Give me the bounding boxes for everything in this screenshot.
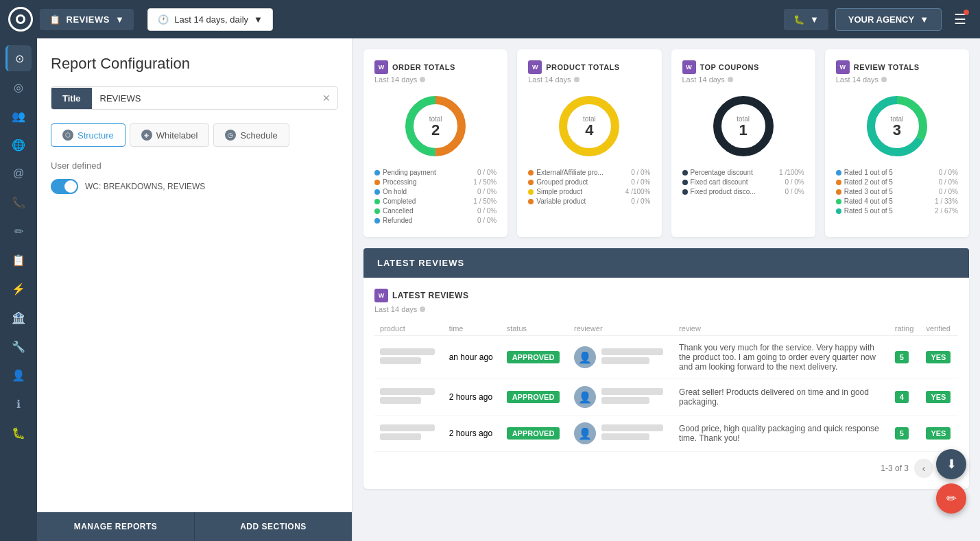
sidebar-title: Report Configuration: [51, 55, 338, 73]
row1-status: APPROVED: [501, 336, 569, 379]
reviewer-blur-2b: [601, 397, 649, 404]
woo-badge-orders: W: [374, 60, 388, 74]
whitelabel-tab-icon: ◈: [141, 130, 152, 141]
reviews-card-title: LATEST REVIEWS: [392, 291, 468, 300]
order-totals-legend: Pending payment0 / 0% Processing1 / 50% …: [374, 169, 497, 224]
col-product: product: [374, 322, 444, 336]
row2-verified: YES: [920, 379, 958, 416]
nav-users[interactable]: 👥: [5, 103, 32, 129]
agency-dropdown[interactable]: YOUR AGENCY ▼: [835, 8, 942, 31]
nav-phone[interactable]: 📞: [5, 189, 32, 215]
bug-dropdown-arrow: ▼: [810, 14, 819, 25]
toggle-knob: [64, 180, 77, 193]
table-row: an hour ago APPROVED 👤: [374, 336, 958, 379]
woo-badge-reviews: W: [836, 60, 850, 74]
reports-dropdown[interactable]: 📋 REVIEWS ▼: [40, 9, 134, 30]
row3-rating: 5: [889, 416, 921, 452]
product-totals-title: PRODUCT TOTALS: [546, 63, 619, 71]
stat-cards: W ORDER TOTALS Last 14 days: [363, 49, 969, 237]
reviewer-blur-1a: [601, 348, 663, 355]
structure-tab-icon: ⬡: [62, 130, 73, 141]
nav-search[interactable]: ◎: [5, 74, 32, 100]
row3-product: [374, 416, 444, 452]
product-blur-3b: [380, 433, 421, 440]
main-layout: ⊙ ◎ 👥 🌐 @ 📞 ✏ 📋 ⚡ 🏦 🔧 👤 ℹ 🐛 Report Confi…: [0, 38, 980, 541]
col-reviewer: reviewer: [569, 322, 673, 336]
row2-time: 2 hours ago: [444, 379, 501, 416]
tab-whitelabel[interactable]: ◈ Whitelabel: [130, 123, 210, 147]
product-totals-legend: External/Affiliate pro...0 / 0% Grouped …: [528, 169, 650, 205]
clock-icon: 🕐: [158, 14, 169, 25]
top-header: 📋 REVIEWS ▼ 🕐 Last 14 days, daily ▼ 🐛 ▼ …: [0, 0, 980, 38]
reviews-table-card: W LATEST REVIEWS Last 14 days product ti…: [363, 278, 969, 489]
structure-tab-label: Structure: [77, 130, 114, 141]
woo-badge-coupons: W: [682, 60, 696, 74]
table-row: 2 hours ago APPROVED 👤: [374, 379, 958, 416]
nav-bank[interactable]: 🏦: [5, 304, 32, 330]
nav-info[interactable]: ℹ: [5, 391, 32, 417]
review-totals-info: [881, 77, 887, 82]
review-totals-subtitle: Last 14 days: [836, 75, 958, 84]
col-status: status: [501, 322, 569, 336]
reviews-card-header: W LATEST REVIEWS: [374, 289, 958, 302]
menu-notification-dot: [964, 10, 969, 15]
product-blur-1b: [380, 357, 421, 364]
latest-reviews-header: LATEST REVIEWS: [363, 248, 969, 278]
top-coupons-title: TOP COUPONS: [700, 63, 759, 71]
top-coupons-info: [728, 77, 733, 82]
tab-schedule[interactable]: ◷ Schedule: [213, 123, 289, 147]
title-field-label: Title: [51, 88, 92, 109]
reviewer-blur-3a: [601, 424, 663, 431]
user-defined-label: User defined: [51, 160, 338, 171]
product-blur-2b: [380, 397, 421, 404]
menu-button[interactable]: ☰: [948, 8, 972, 30]
bug-dropdown[interactable]: 🐛 ▼: [784, 9, 828, 30]
edit-fab[interactable]: ✏: [936, 483, 966, 514]
time-dropdown[interactable]: 🕐 Last 14 days, daily ▼: [147, 8, 273, 31]
reviewer-blur-2a: [601, 388, 663, 395]
title-input[interactable]: [92, 88, 316, 109]
reviewer-blur-1b: [601, 357, 649, 364]
nav-dashboard[interactable]: ⊙: [5, 45, 32, 71]
main-content: W ORDER TOTALS Last 14 days: [352, 38, 980, 541]
review-totals-legend: Rated 1 out of 50 / 0% Rated 2 out of 50…: [836, 169, 958, 215]
top-coupons-header: W TOP COUPONS: [682, 60, 804, 74]
nav-user[interactable]: 👤: [5, 362, 32, 388]
nav-globe[interactable]: 🌐: [5, 132, 32, 158]
logo-inner: [16, 14, 25, 24]
agency-label: YOUR AGENCY: [848, 14, 914, 25]
reviewer-avatar-1: 👤: [574, 346, 596, 368]
prev-page-button[interactable]: ‹: [914, 459, 933, 478]
row2-review: Great seller! Products delivered on time…: [673, 379, 889, 416]
nav-reports[interactable]: 📋: [5, 247, 32, 273]
row1-rating: 5: [889, 336, 921, 379]
schedule-tab-icon: ◷: [225, 130, 236, 141]
col-rating: rating: [889, 322, 921, 336]
product-blur-2a: [380, 388, 435, 395]
row2-product: [374, 379, 444, 416]
latest-reviews-title: LATEST REVIEWS: [377, 258, 464, 268]
wc-toggle[interactable]: [51, 179, 78, 194]
add-sections-button[interactable]: ADD SECTIONS: [195, 512, 352, 541]
tab-structure[interactable]: ⬡ Structure: [51, 123, 126, 147]
order-totals-card: W ORDER TOTALS Last 14 days: [363, 49, 507, 237]
row1-review: Thank you very much for the service. Ver…: [673, 336, 889, 379]
woo-badge-products: W: [528, 60, 542, 74]
download-fab[interactable]: ⬇: [936, 449, 966, 479]
sidebar-footer: MANAGE REPORTS ADD SECTIONS: [37, 512, 352, 541]
col-time: time: [444, 322, 501, 336]
nav-edit[interactable]: ✏: [5, 218, 32, 244]
manage-reports-button[interactable]: MANAGE REPORTS: [37, 512, 195, 541]
row3-time: 2 hours ago: [444, 416, 501, 452]
title-clear-button[interactable]: ✕: [315, 87, 337, 109]
top-coupons-subtitle: Last 14 days: [682, 75, 804, 84]
reviewer-avatar-3: 👤: [574, 422, 596, 444]
agency-dropdown-arrow: ▼: [920, 14, 929, 25]
reviewer-blur-3b: [601, 433, 649, 440]
row1-verified: YES: [920, 336, 958, 379]
product-totals-donut: total 4: [528, 92, 650, 160]
nav-tools[interactable]: ⚡: [5, 276, 32, 302]
nav-bug[interactable]: 🐛: [5, 420, 32, 446]
nav-email[interactable]: @: [5, 160, 32, 187]
nav-lightning[interactable]: 🔧: [5, 333, 32, 359]
